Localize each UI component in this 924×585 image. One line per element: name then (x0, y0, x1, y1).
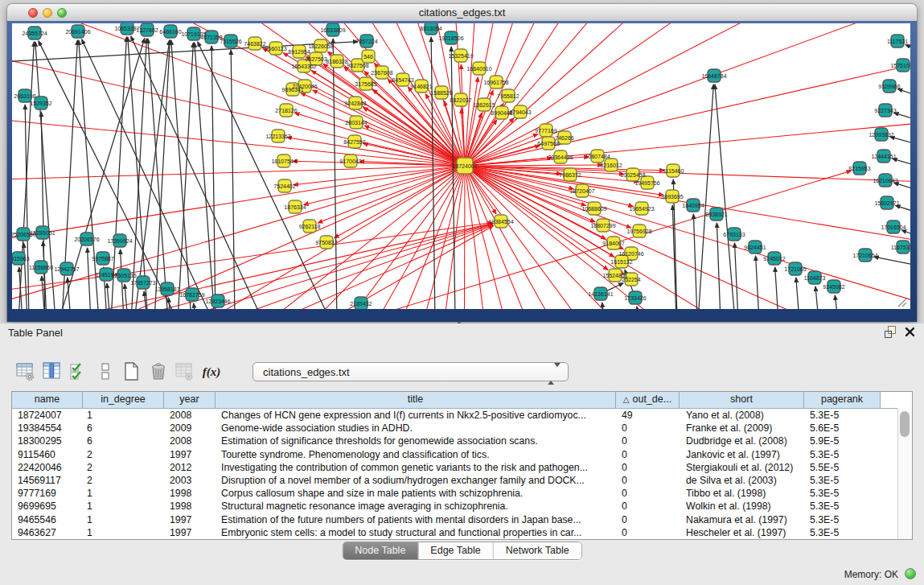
cell-in_degree[interactable]: 2 (83, 461, 164, 474)
cell-year[interactable]: 1998 (164, 487, 216, 500)
close-panel-icon[interactable] (904, 326, 916, 338)
table-selector-dropdown[interactable]: citations_edges.txt (253, 362, 569, 381)
table-settings-icon[interactable] (14, 360, 37, 384)
cell-in_degree[interactable]: 2 (83, 448, 164, 461)
cell-pagerank[interactable]: 5.3E-5 (804, 526, 881, 539)
show-column-icon[interactable] (41, 360, 64, 384)
resize-grip-icon[interactable] (895, 295, 908, 308)
tab-network-table[interactable]: Network Table (494, 542, 581, 559)
cell-in_degree[interactable]: 6 (83, 422, 164, 435)
tab-node-table[interactable]: Node Table (343, 542, 418, 559)
network-canvas[interactable]: 7463822866012389129541822605898275038186… (12, 23, 910, 309)
cell-name[interactable]: 9465546 (12, 513, 83, 526)
column-header-out_degree[interactable]: △out_de... (616, 392, 680, 408)
cell-year[interactable]: 2008 (164, 409, 216, 422)
cell-title[interactable]: Estimation of significance thresholds fo… (216, 435, 616, 447)
cell-pagerank[interactable]: 5.6E-5 (804, 422, 881, 435)
cell-title[interactable]: Investigating the contribution of common… (216, 461, 616, 474)
unselect-all-icon[interactable] (94, 360, 117, 384)
float-panel-icon[interactable] (884, 326, 897, 339)
function-builder-icon[interactable]: f(x) (200, 360, 223, 384)
cell-short[interactable]: Hescheler et al. (1997) (680, 526, 804, 539)
cell-name[interactable]: 18300295 (12, 435, 83, 447)
cell-short[interactable]: Yano et al. (2008) (680, 409, 804, 422)
cell-pagerank[interactable]: 5.3E-5 (804, 513, 881, 526)
table-row[interactable]: 911546021997Tourette syndrome. Phenomeno… (12, 448, 912, 461)
cell-out_degree[interactable]: 0 (616, 474, 680, 487)
select-all-check-icon[interactable] (68, 360, 90, 384)
cell-year[interactable]: 1998 (164, 500, 216, 513)
scrollbar-thumb[interactable] (900, 411, 910, 437)
cell-in_degree[interactable]: 1 (83, 526, 164, 539)
cell-short[interactable]: Stergiakouli et al. (2012) (680, 461, 804, 474)
cell-name[interactable]: 9463627 (12, 526, 83, 539)
cell-short[interactable]: Nakamura et al. (1997) (680, 513, 804, 526)
new-table-icon[interactable] (121, 360, 143, 384)
cell-pagerank[interactable]: 5.3E-5 (804, 474, 881, 487)
cell-out_degree[interactable]: 0 (616, 487, 680, 500)
cell-year[interactable]: 2003 (164, 474, 216, 487)
cell-year[interactable]: 2012 (164, 461, 216, 474)
cell-pagerank[interactable]: 5.3E-5 (804, 448, 881, 461)
cell-title[interactable]: Corpus callosum shape and size in male p… (216, 487, 616, 500)
cell-in_degree[interactable]: 1 (83, 500, 164, 513)
cell-out_degree[interactable]: 0 (616, 435, 680, 447)
cell-name[interactable]: 22420046 (12, 461, 83, 474)
cell-pagerank[interactable]: 5.3E-5 (804, 500, 881, 513)
cell-out_degree[interactable]: 0 (616, 500, 680, 513)
cell-year[interactable]: 2008 (164, 435, 216, 447)
cell-in_degree[interactable]: 2 (83, 474, 164, 487)
cell-name[interactable]: 19384554 (12, 422, 83, 435)
cell-out_degree[interactable]: 0 (616, 422, 680, 435)
tab-edge-table[interactable]: Edge Table (418, 542, 493, 559)
column-header-year[interactable]: year (164, 392, 216, 408)
cell-out_degree[interactable]: 0 (616, 448, 680, 461)
column-header-short[interactable]: short (680, 392, 804, 408)
cell-short[interactable]: Tibbo et al. (1998) (680, 487, 804, 500)
column-header-pagerank[interactable]: pagerank (804, 392, 881, 408)
cell-in_degree[interactable]: 1 (83, 409, 164, 422)
cell-name[interactable]: 9699695 (12, 500, 83, 513)
column-header-name[interactable]: name (12, 392, 83, 408)
network-window-titlebar[interactable]: citations_edges.txt (6, 3, 918, 21)
cell-short[interactable]: Dudbridge et al. (2008) (680, 435, 804, 447)
cell-year[interactable]: 1997 (164, 448, 216, 461)
cell-short[interactable]: Jankovic et al. (1997) (680, 448, 804, 461)
cell-name[interactable]: 9115460 (12, 448, 83, 461)
cell-out_degree[interactable]: 0 (616, 461, 680, 474)
table-scrollbar[interactable] (897, 408, 912, 539)
cell-in_degree[interactable]: 1 (83, 487, 164, 500)
cell-name[interactable]: 14569117 (12, 474, 83, 487)
table-row[interactable]: 946362711997Embryonic stem cells: a mode… (12, 526, 912, 539)
cell-out_degree[interactable]: 49 (616, 409, 680, 422)
table-row[interactable]: 1456911722003Disruption of a novel membe… (12, 474, 912, 487)
cell-out_degree[interactable]: 0 (616, 526, 680, 539)
cell-year[interactable]: 2009 (164, 422, 216, 435)
table-row[interactable]: 1830029562008Estimation of significance … (12, 435, 912, 447)
cell-out_degree[interactable]: 0 (616, 513, 680, 526)
delete-table-icon[interactable] (147, 360, 170, 384)
column-header-title[interactable]: title (216, 392, 616, 408)
cell-title[interactable]: Changes of HCN gene expression and I(f) … (216, 409, 616, 422)
table-row[interactable]: 1938455462009Genome-wide association stu… (12, 422, 912, 435)
cell-name[interactable]: 9777169 (12, 487, 83, 500)
cell-short[interactable]: Wolkin et al. (1998) (680, 500, 804, 513)
cell-year[interactable]: 1997 (164, 513, 216, 526)
cell-title[interactable]: Genome-wide association studies in ADHD. (216, 422, 616, 435)
cell-year[interactable]: 1997 (164, 526, 216, 539)
cell-name[interactable]: 18724007 (12, 409, 83, 422)
table-row[interactable]: 2242004622012Investigating the contribut… (12, 461, 912, 474)
cell-pagerank[interactable]: 5.9E-5 (804, 435, 881, 447)
table-row[interactable]: 977716911998Corpus callosum shape and si… (12, 487, 912, 500)
column-header-in_degree[interactable]: in_degree (83, 392, 164, 408)
cell-title[interactable]: Structural magnetic resonance image aver… (216, 500, 616, 513)
delete-column-icon[interactable] (174, 360, 196, 384)
table-row[interactable]: 946554611997Estimation of the future num… (12, 513, 912, 526)
cell-title[interactable]: Tourette syndrome. Phenomenology and cla… (216, 448, 616, 461)
cell-short[interactable]: de Silva et al. (2003) (680, 474, 804, 487)
cell-in_degree[interactable]: 1 (83, 513, 164, 526)
cell-title[interactable]: Estimation of the future numbers of pati… (216, 513, 616, 526)
cell-in_degree[interactable]: 6 (83, 435, 164, 447)
cell-title[interactable]: Embryonic stem cells: a model to study s… (216, 526, 616, 539)
cell-pagerank[interactable]: 5.5E-5 (804, 461, 881, 474)
